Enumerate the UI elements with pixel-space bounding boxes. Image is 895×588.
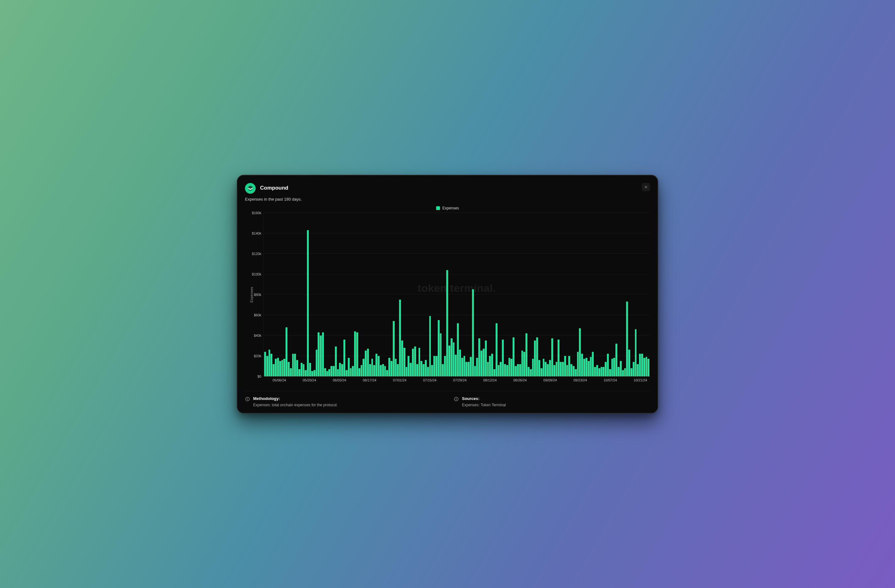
- bar: [560, 362, 562, 376]
- bar: [363, 359, 364, 376]
- bar: [324, 368, 326, 376]
- bar: [609, 369, 611, 376]
- bar: [354, 332, 356, 376]
- bar: [356, 332, 358, 376]
- bar: [318, 332, 320, 376]
- bar: [586, 358, 587, 376]
- bar: [406, 367, 408, 376]
- bar: [470, 357, 472, 376]
- bar: [273, 364, 275, 376]
- gridline: [264, 253, 650, 254]
- bar: [307, 230, 309, 376]
- methodology-text: Expenses: total onchain expenses for the…: [253, 403, 338, 407]
- bar: [375, 354, 378, 376]
- bar: [290, 368, 292, 376]
- bars-container: [264, 213, 650, 376]
- bar: [590, 357, 592, 376]
- bar: [594, 367, 596, 376]
- bar: [478, 338, 480, 376]
- bar: [283, 359, 285, 376]
- bar: [489, 356, 491, 376]
- bar: [483, 349, 485, 376]
- methodology-text-wrap: Methodology: Expenses: total onchain exp…: [253, 396, 338, 407]
- bar: [504, 364, 506, 376]
- bar: [461, 358, 463, 376]
- methodology-block: Methodology: Expenses: total onchain exp…: [245, 396, 441, 407]
- bar: [309, 363, 311, 376]
- gridline: [264, 294, 650, 295]
- sources-title: Sources:: [462, 396, 506, 401]
- bar: [641, 354, 643, 376]
- bar: [294, 354, 296, 376]
- bar: [285, 327, 287, 376]
- bar: [491, 354, 493, 376]
- gridline: [264, 233, 650, 233]
- bar: [522, 351, 523, 376]
- x-tick-label: 08/12/24: [483, 378, 496, 382]
- sources-text-wrap: Sources: Expenses: Token Terminal: [462, 396, 506, 407]
- bar: [401, 341, 403, 376]
- info-icon: [454, 397, 459, 402]
- bar: [300, 363, 302, 376]
- bar: [416, 364, 418, 376]
- bar: [583, 359, 585, 376]
- bar: [564, 356, 566, 376]
- bar: [607, 354, 609, 376]
- bar: [292, 354, 294, 376]
- bar: [367, 349, 369, 376]
- y-tick-label: $140k: [252, 232, 261, 235]
- page-title: Compound: [260, 185, 637, 191]
- bar: [346, 370, 347, 376]
- bar: [314, 370, 316, 376]
- bar: [622, 370, 624, 376]
- close-button[interactable]: [642, 183, 650, 191]
- bar: [579, 328, 581, 376]
- bar: [326, 371, 328, 376]
- x-tick-label: 05/20/24: [302, 378, 316, 382]
- legend-label: Expenses: [443, 206, 459, 211]
- bar: [322, 332, 324, 376]
- legend-swatch: [436, 206, 440, 210]
- title-block: Compound: [260, 183, 637, 191]
- bar: [551, 338, 553, 376]
- x-axis: 05/06/2405/20/2406/03/2406/17/2407/01/24…: [263, 376, 650, 385]
- bar: [624, 368, 626, 376]
- bar: [335, 347, 337, 376]
- sources-text: Expenses: Token Terminal: [462, 403, 506, 407]
- bar: [598, 368, 600, 376]
- bar: [412, 349, 414, 376]
- bar: [397, 364, 399, 376]
- bar: [648, 359, 649, 376]
- bar: [431, 365, 433, 376]
- dashboard-card: Compound Expenses in the past 180 days. …: [237, 175, 658, 414]
- bar: [459, 350, 461, 376]
- bar: [502, 339, 504, 376]
- sources-block: Sources: Expenses: Token Terminal: [454, 396, 650, 407]
- bar: [515, 366, 517, 376]
- gridline: [264, 274, 650, 274]
- x-tick-label: 09/09/24: [543, 378, 557, 382]
- bar: [500, 362, 502, 376]
- bar: [575, 369, 577, 376]
- x-tick-label: 10/07/24: [604, 378, 617, 382]
- gridline: [264, 315, 650, 315]
- bar: [547, 364, 549, 376]
- bar: [646, 357, 648, 376]
- y-axis: $0$20k$40k$60k$80k$100k$120k$140k$160k: [245, 213, 263, 376]
- bar: [425, 360, 427, 376]
- bar: [444, 356, 446, 376]
- bar: [581, 354, 583, 376]
- bar: [626, 302, 628, 376]
- bar: [438, 320, 440, 376]
- bar: [299, 369, 300, 376]
- bar: [423, 364, 425, 376]
- bar: [628, 350, 630, 376]
- bar: [562, 362, 564, 376]
- bar: [388, 358, 390, 376]
- bar: [481, 351, 482, 376]
- subtitle: Expenses in the past 180 days.: [245, 197, 650, 202]
- svg-point-4: [456, 398, 457, 399]
- bar: [279, 361, 281, 376]
- bar: [464, 356, 466, 376]
- bar: [466, 362, 467, 376]
